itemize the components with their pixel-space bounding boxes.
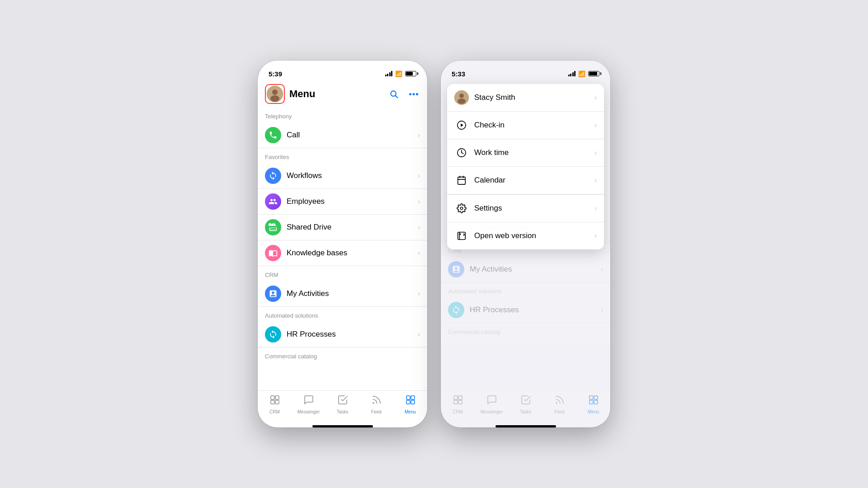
menu-item-hr-processes-right: HR Processes › (441, 297, 610, 323)
svg-rect-36 (590, 400, 593, 404)
settings-label: Settings (474, 204, 594, 213)
work-time-label: Work time (474, 148, 594, 157)
hr-processes-chevron-right: › (601, 306, 603, 314)
svg-rect-9 (275, 396, 279, 399)
avatar[interactable] (267, 86, 283, 102)
svg-rect-29 (454, 396, 458, 399)
nav-menu-label-left: Menu (405, 409, 416, 414)
call-label: Call (287, 131, 418, 140)
svg-point-12 (373, 403, 374, 404)
nav-crm-left[interactable]: CRM (258, 394, 292, 414)
avatar-wrapper[interactable] (265, 84, 285, 104)
check-in-label: Check-in (474, 121, 594, 130)
dropdown-open-web[interactable]: Open web version › (447, 222, 604, 249)
menu-item-my-activities-right: My Activities › (441, 257, 610, 282)
nav-crm-label-right: CRM (453, 409, 463, 414)
settings-chevron: › (594, 204, 597, 212)
feed-icon (371, 394, 382, 408)
my-activities-icon (265, 286, 281, 302)
section-telephony: Telephony (258, 108, 427, 122)
calendar-chevron: › (594, 176, 597, 184)
svg-rect-31 (454, 400, 458, 404)
svg-rect-35 (594, 396, 598, 399)
workflows-icon (265, 168, 281, 184)
my-activities-icon-right (448, 261, 464, 277)
nav-feed-right[interactable]: Feed (542, 394, 576, 414)
menu-item-hr-processes[interactable]: HR Processes › (258, 322, 427, 347)
hr-processes-label-right: HR Processes (470, 305, 601, 314)
menu-icon (405, 394, 416, 408)
dropdown-work-time[interactable]: Work time › (447, 139, 604, 167)
menu-item-my-activities[interactable]: My Activities › (258, 281, 427, 307)
employees-icon (265, 193, 281, 210)
svg-rect-10 (271, 400, 274, 404)
svg-rect-37 (594, 400, 598, 404)
svg-point-19 (458, 99, 466, 104)
nav-feed-left[interactable]: Feed (359, 394, 393, 414)
hr-processes-chevron: › (418, 330, 420, 338)
clock-icon (454, 145, 469, 160)
wifi-icon-right: 📶 (578, 70, 585, 77)
section-commercial-right: Commercial catalog (441, 323, 610, 338)
menu-item-knowledge-bases[interactable]: Knowledge bases › (258, 240, 427, 266)
svg-point-27 (460, 207, 463, 210)
nav-crm-right[interactable]: CRM (441, 394, 475, 414)
svg-rect-30 (458, 396, 462, 399)
svg-rect-11 (275, 400, 279, 404)
svg-rect-15 (406, 400, 410, 404)
menu-item-call[interactable]: Call › (258, 122, 427, 148)
svg-point-7 (416, 93, 418, 95)
battery-icon (405, 71, 416, 76)
dropdown-user-chevron: › (594, 94, 597, 102)
call-chevron: › (418, 131, 420, 139)
nav-menu-left[interactable]: Menu (393, 394, 427, 414)
more-button[interactable] (407, 88, 420, 100)
nav-feed-label-right: Feed (554, 409, 565, 414)
bottom-nav-left: CRM Messenger Tasks (258, 390, 427, 423)
nav-tasks-label-right: Tasks (520, 409, 532, 414)
battery-icon-right (588, 71, 599, 76)
svg-point-2 (270, 95, 279, 102)
svg-rect-13 (406, 396, 410, 399)
section-automated-right: Automated solutions (441, 282, 610, 297)
dropdown-calendar[interactable]: Calendar › (447, 167, 604, 194)
knowledge-bases-chevron: › (418, 249, 420, 257)
phone-left: 5:39 📶 (258, 61, 427, 427)
signal-icon (385, 71, 393, 76)
menu-item-workflows[interactable]: Workflows › (258, 163, 427, 189)
nav-tasks-right[interactable]: Tasks (509, 394, 542, 414)
svg-rect-28 (458, 232, 466, 240)
nav-messenger-label-right: Messenger (481, 409, 503, 414)
svg-point-5 (409, 93, 411, 95)
employees-chevron: › (418, 197, 420, 206)
menu-item-shared-drive[interactable]: Shared Drive › (258, 215, 427, 240)
header-actions (387, 88, 420, 100)
knowledge-bases-icon (265, 245, 281, 261)
search-button[interactable] (387, 88, 400, 100)
dropdown-user[interactable]: Stacy Smith › (447, 84, 604, 112)
nav-crm-label-left: CRM (269, 409, 280, 414)
app-header-left: Menu (258, 80, 427, 108)
dropdown-settings[interactable]: Settings › (447, 195, 604, 222)
call-icon (265, 127, 281, 143)
tasks-icon (337, 394, 348, 408)
dropdown-check-in[interactable]: Check-in › (447, 112, 604, 139)
phone-right: 5:33 📶 (441, 61, 610, 427)
status-bar-right: 5:33 📶 (441, 61, 610, 80)
my-activities-label: My Activities (287, 289, 418, 298)
menu-item-employees[interactable]: Employees › (258, 189, 427, 215)
nav-messenger-left[interactable]: Messenger (292, 394, 326, 414)
nav-tasks-left[interactable]: Tasks (326, 394, 359, 414)
dropdown-menu: Stacy Smith › Check-in › (447, 84, 604, 249)
status-icons-right: 📶 (568, 70, 600, 77)
phones-container: 5:39 📶 (258, 61, 610, 427)
nav-messenger-right[interactable]: Messenger (475, 394, 509, 414)
dropdown-user-name: Stacy Smith (474, 93, 594, 102)
menu-list-left: Telephony Call › Favorites Workflow (258, 108, 427, 390)
play-icon (454, 118, 469, 132)
my-activities-chevron-right: › (601, 265, 603, 273)
nav-messenger-label-left: Messenger (297, 409, 320, 414)
nav-menu-right[interactable]: Menu (576, 394, 610, 414)
crm-icon (269, 394, 280, 408)
svg-marker-21 (461, 123, 463, 127)
